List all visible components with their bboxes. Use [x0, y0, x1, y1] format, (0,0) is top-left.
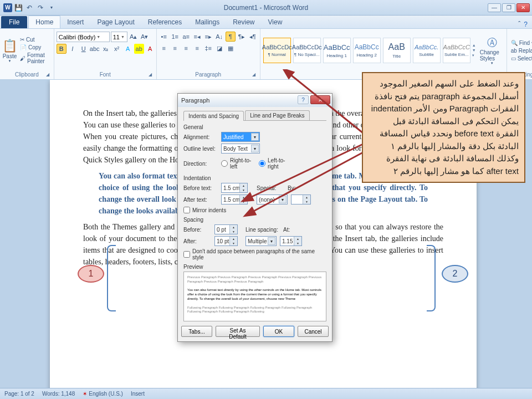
ok-button[interactable]: OK	[263, 326, 294, 337]
minimize-button[interactable]: —	[488, 3, 501, 12]
decrease-indent-icon[interactable]: ≡◂	[192, 32, 202, 42]
show-marks-icon[interactable]: ¶	[226, 32, 236, 42]
align-right-icon[interactable]: ≡	[181, 43, 191, 53]
font-size-combo[interactable]: 11▼	[111, 32, 127, 42]
italic-button[interactable]: I	[68, 44, 78, 54]
sort-icon[interactable]: A↓	[214, 32, 224, 42]
font-color-icon[interactable]: A	[145, 44, 155, 54]
dialog-close-button[interactable]: ✕	[310, 95, 330, 104]
window-title: Document1 - Microsoft Word	[224, 4, 309, 12]
dialog-tab-indents[interactable]: Indents and Spacing	[183, 111, 244, 121]
align-center-icon[interactable]: ≡	[170, 43, 180, 53]
spacing-after-spinner[interactable]: 10 pt▲▼	[214, 236, 238, 246]
shrink-font-icon[interactable]: A▾	[140, 32, 150, 42]
cut-button[interactable]: ✂Cut	[18, 36, 52, 43]
tab-file[interactable]: File	[1, 16, 27, 28]
replace-icon: ab	[511, 48, 517, 54]
style-subtle[interactable]: AaBbCcCSubtle Em...	[443, 38, 470, 63]
annotation-number-2: 2	[442, 265, 468, 283]
style-normal[interactable]: AaBbCcDc¶ Normal	[263, 38, 291, 63]
mirror-checkbox[interactable]: Mirror indents	[183, 207, 326, 213]
dialog-help-button[interactable]: ?	[298, 95, 309, 104]
tab-mailings[interactable]: Mailings	[188, 16, 226, 28]
style-heading2[interactable]: AaBbCcHeading 2	[353, 38, 381, 63]
spacing-before-spinner[interactable]: 0 pt▲▼	[214, 224, 238, 234]
status-page[interactable]: Page: 1 of 2	[4, 391, 34, 397]
clipboard-launcher-icon[interactable]: ◢	[45, 72, 50, 78]
replace-button[interactable]: abReplace	[509, 47, 532, 54]
copy-button[interactable]: 📄Copy	[18, 44, 52, 51]
tab-insert[interactable]: Insert	[60, 16, 90, 28]
styles-more-button[interactable]: ▲▼▾	[472, 43, 479, 58]
change-styles-button[interactable]: ⒶChange Styles▼	[480, 33, 504, 68]
highlight-icon[interactable]: ab	[134, 44, 144, 54]
qat-dropdown-icon[interactable]: ▼	[47, 3, 57, 13]
cancel-button[interactable]: Cancel	[298, 326, 329, 337]
numbering-icon[interactable]: 1≡	[170, 32, 180, 42]
increase-indent-icon[interactable]: ≡▸	[203, 32, 213, 42]
restore-button[interactable]: ❐	[502, 3, 515, 12]
subscript-button[interactable]: x₂	[101, 44, 111, 54]
justify-icon[interactable]: ≡	[192, 43, 202, 53]
special-combo[interactable]: (none)▼	[257, 195, 288, 204]
strike-button[interactable]: abc	[90, 44, 100, 54]
tab-page-layout[interactable]: Page Layout	[90, 16, 141, 28]
before-text-spinner[interactable]: 1.5 cm▲▼	[221, 183, 248, 193]
format-painter-button[interactable]: 🖌Format Painter	[18, 52, 52, 65]
close-button[interactable]: ✕	[516, 3, 530, 12]
rtl-dir-icon[interactable]: ◂¶	[248, 32, 258, 42]
borders-icon[interactable]: ▦	[226, 43, 236, 53]
redo-icon[interactable]: ↷	[35, 3, 45, 13]
cut-icon: ✂	[20, 37, 24, 43]
bullets-icon[interactable]: •≡	[159, 32, 169, 42]
status-mode[interactable]: Insert	[131, 391, 145, 397]
rtl-radio[interactable]: Right-to-left	[221, 157, 255, 170]
line-spacing-combo[interactable]: Multiple▼	[245, 236, 277, 246]
after-text-spinner[interactable]: 1.5 cm▲▼	[221, 195, 248, 204]
alignment-combo[interactable]: Justified▼	[221, 132, 260, 142]
find-button[interactable]: 🔍Find ▾	[509, 39, 532, 47]
dialog-tab-breaks[interactable]: Line and Page Breaks	[245, 110, 309, 120]
font-launcher-icon[interactable]: ◢	[147, 72, 153, 78]
style-title[interactable]: AaBTitle	[383, 38, 411, 63]
grow-font-icon[interactable]: A▴	[129, 32, 139, 42]
ltr-radio[interactable]: Left-to-right	[259, 157, 293, 170]
dialog-title: Paragraph	[181, 97, 209, 104]
statusbar: Page: 1 of 2 Words: 1,148 ✶English (U.S.…	[0, 388, 532, 399]
select-button[interactable]: ▭Select ▾	[509, 55, 532, 62]
tab-references[interactable]: References	[141, 16, 188, 28]
set-default-button[interactable]: Set As Default	[216, 326, 260, 337]
save-icon[interactable]: 💾	[13, 3, 23, 13]
line-spacing-icon[interactable]: ‡≡	[203, 43, 213, 53]
tabs-button[interactable]: Tabs...	[181, 326, 212, 337]
tab-review[interactable]: Review	[226, 16, 261, 28]
style-subtitle[interactable]: AaBbCc.Subtitle	[413, 38, 441, 63]
minimize-ribbon-icon[interactable]: ˆ	[518, 21, 520, 28]
change-styles-icon: Ⓐ	[487, 36, 497, 49]
shading-icon[interactable]: ◪	[214, 43, 224, 53]
outline-combo[interactable]: Body Text▼	[221, 144, 260, 154]
font-name-combo[interactable]: Calibri (Body)▼	[57, 32, 110, 42]
tab-home[interactable]: Home	[28, 16, 60, 28]
find-icon: 🔍	[511, 40, 518, 46]
word-icon: W	[3, 3, 12, 12]
ltr-dir-icon[interactable]: ¶▸	[237, 32, 247, 42]
undo-icon[interactable]: ↶	[24, 3, 34, 13]
style-heading1[interactable]: AaBbCcHeading 1	[323, 38, 351, 63]
align-left-icon[interactable]: ≡	[159, 43, 169, 53]
by-spinner[interactable]: ▲▼	[291, 195, 311, 204]
paragraph-launcher-icon[interactable]: ◢	[251, 72, 257, 78]
status-words[interactable]: Words: 1,148	[42, 391, 75, 397]
tab-view[interactable]: View	[262, 16, 289, 28]
style-nospacing[interactable]: AaBbCcDc¶ No Spaci...	[293, 38, 321, 63]
underline-button[interactable]: U	[79, 44, 89, 54]
help-icon[interactable]: ?	[524, 21, 528, 28]
superscript-button[interactable]: x²	[112, 44, 122, 54]
multilevel-icon[interactable]: a≡	[181, 32, 191, 42]
paste-button[interactable]: 📋 Paste ▼	[2, 33, 17, 68]
status-lang[interactable]: ✶English (U.S.)	[83, 391, 123, 397]
at-spinner[interactable]: 1.15▲▼	[280, 236, 302, 246]
text-effects-icon[interactable]: A	[123, 44, 133, 54]
bold-button[interactable]: B	[57, 44, 66, 54]
no-space-checkbox[interactable]: Don't add space between paragraphs of th…	[183, 248, 326, 260]
